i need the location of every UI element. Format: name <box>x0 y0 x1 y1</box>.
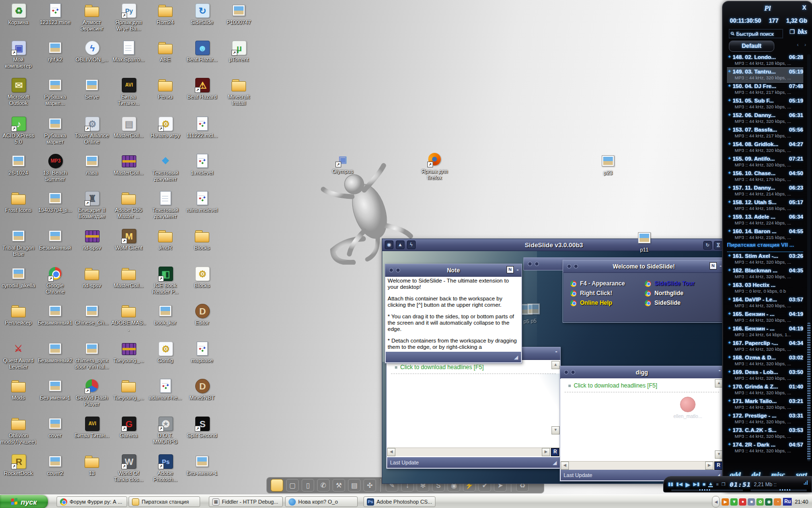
track-row[interactable]: ✦169. Dess - Lob...03:50MP3 :: 44 kHz, 3… <box>727 368 803 383</box>
play-icon[interactable]: ▶ <box>685 481 690 488</box>
track-row[interactable]: ✦148. 02. Londo...06:28MP3 :: 44 kHz, 12… <box>727 53 803 68</box>
desktop-icon[interactable]: ❖Текстовый документ <box>147 152 183 182</box>
desktop-icon[interactable]: W↗World Of Tanks clos... <box>111 453 146 482</box>
desktop-icon[interactable]: ↗Ярлык для firefox <box>417 151 452 180</box>
tab-prev-icon[interactable]: ‹ <box>797 42 799 47</box>
desktop-icon[interactable]: Ps↗Adobe Photosh... <box>147 453 183 482</box>
scroll-left-icon[interactable]: ◀ <box>561 462 569 470</box>
door-icon[interactable]: ▯ <box>302 479 314 492</box>
desktop-icon[interactable]: ☻Beat.Hazar... <box>184 39 220 63</box>
desktop-icon[interactable]: Rom24 <box>147 2 183 26</box>
scroll-right-icon[interactable]: ▶ <box>705 462 713 470</box>
window-mode-icon[interactable]: ❐ <box>722 482 725 487</box>
desktop-icon[interactable]: MasterColl... <box>111 152 146 176</box>
refresh-feed-button[interactable]: R <box>714 462 723 470</box>
track-row[interactable]: ✦151. 05. Sub F...05:19MP3 :: 44 kHz, 32… <box>727 97 803 111</box>
digg-container-header[interactable]: digg - <box>560 366 724 379</box>
desktop-icon[interactable]: cyrodiil_akella <box>0 265 36 289</box>
minimize-icon[interactable]: - <box>719 368 721 373</box>
quick-search-input[interactable]: ⚲ Быстрый поиск <box>729 29 783 38</box>
desktop-icon[interactable]: rld-spsv <box>74 227 110 251</box>
desktop-icon[interactable]: ▤MasterColl... <box>111 115 146 139</box>
invader-icon[interactable]: ✣ <box>363 479 376 492</box>
previous-icon[interactable]: ▮◀ <box>676 482 682 487</box>
desktop-icon[interactable]: ▣↗Мой компьютер <box>0 39 36 69</box>
language-indicator[interactable]: Ru <box>783 498 792 506</box>
desktop-icon[interactable]: ↻SideSlide <box>184 2 220 26</box>
sync-blue-icon[interactable]: ■ <box>748 498 755 506</box>
track-row[interactable]: ✦159. 13. Adele ...06:34MP3 :: 44 kHz, 2… <box>727 213 803 227</box>
note-badge[interactable]: N <box>507 266 514 273</box>
track-row[interactable]: ✦172. Prestige - ...03:31MP3 :: 44 kHz, … <box>727 412 803 426</box>
desktop-icon[interactable]: 26-1024 <box>0 152 36 176</box>
desktop-icon[interactable]: Frost Icons <box>0 190 36 213</box>
desktop-icon[interactable]: ⚙Config <box>147 340 183 364</box>
desktop-icon[interactable]: Mods <box>0 377 36 401</box>
scroll-left-icon[interactable]: ◀ <box>387 448 395 456</box>
pause-icon[interactable]: ▮▮ <box>668 482 673 487</box>
start-button[interactable]: пуск <box>0 495 48 508</box>
resize-handle-icon[interactable]: ◢ <box>514 354 518 360</box>
welcome-link-left-0[interactable]: F4 - Appearance <box>570 279 625 288</box>
scroll-thumb[interactable] <box>807 323 811 461</box>
track-row[interactable]: ✦170. Grinda & Z...01:40MP3 :: 44 kHz, 3… <box>727 383 803 397</box>
desktop-icon[interactable]: ↗GeoVid Flash Player <box>74 377 110 407</box>
playlist-tab-default[interactable]: Default <box>729 41 774 52</box>
track-row[interactable]: ✦152. 06. Danny...06:31MP3 :: 44 kHz, 32… <box>727 111 803 126</box>
desktop-icon[interactable]: mapbase <box>184 340 220 364</box>
digg-hscrollbar[interactable]: ◀ ▶ R <box>561 461 723 470</box>
desktop-icon[interactable]: cover2 <box>37 453 73 477</box>
desktop-icon[interactable]: Безымянный2 <box>37 340 73 364</box>
tools-icon[interactable]: ⚒ <box>333 479 345 492</box>
refresh-icon[interactable]: ↻ <box>703 241 712 250</box>
refresh-feed-button[interactable]: R <box>551 448 559 456</box>
news-hscrollbar[interactable]: ◀ ▶ R <box>387 448 560 456</box>
desktop-icon[interactable]: 19403794_s... <box>37 190 73 213</box>
next-icon[interactable]: ▶▮ <box>693 482 699 487</box>
track-row[interactable]: ✦150. 04. DJ Fre...07:48MP3 :: 44 kHz, 2… <box>727 82 803 97</box>
desktop-icon[interactable]: Taeyoung_... <box>111 340 146 364</box>
desktop-icon[interactable]: p5 <box>516 300 551 324</box>
desktop-icon[interactable]: M↗WoM Client <box>111 227 146 251</box>
stop-icon[interactable]: ■ <box>702 482 705 487</box>
task-button[interactable]: Нова корп? O_o <box>285 496 358 507</box>
desktop-icon[interactable]: ABE <box>147 39 183 63</box>
desktop-icon[interactable]: ϟOBLIVION_... <box>74 39 110 63</box>
desktop-icon[interactable]: Без-имени-1 <box>184 453 220 477</box>
volume-slider[interactable] <box>751 489 807 491</box>
desktop-icon[interactable]: ✉Microsoft Outlook <box>0 76 36 106</box>
desktop-icon[interactable]: R↗RocketDock <box>0 453 36 477</box>
tray-chevron-icon[interactable]: ◀ <box>712 496 720 508</box>
track-row[interactable]: ✦174. 2R - Dark ...04:57MP3 :: 44 kHz, 3… <box>727 441 803 455</box>
desktop-icon[interactable]: adamant-he... <box>147 377 183 401</box>
playlist-scrollbar[interactable] <box>807 54 811 462</box>
desktop-icon[interactable]: Max.Sparro... <box>111 39 146 63</box>
track-row[interactable]: ✦156. 10. Chase...04:50MP3 :: 44 kHz, 17… <box>727 169 803 184</box>
note-container-header[interactable]: Note N - <box>385 264 522 277</box>
desktop-icon[interactable]: ⚙↗Tower Alliance Online <box>74 115 110 145</box>
desktop-icon[interactable]: Безымянный <box>37 227 73 251</box>
folder-icon[interactable] <box>271 479 283 492</box>
desktop-icon[interactable]: G↗Garena <box>111 415 146 439</box>
desktop-icon[interactable]: ✪↗D.O.T. MMORPG <box>147 415 183 445</box>
desktop-icon[interactable]: ♜↗Блицкриг II Возмездие <box>74 190 110 219</box>
desktop-icon[interactable]: Текстовый документ <box>147 190 183 219</box>
desktop-icon[interactable]: ⚙Blocks <box>184 265 220 289</box>
desktop-icon[interactable]: p11 <box>626 229 662 253</box>
card-icon[interactable]: ▤ <box>348 479 361 492</box>
welcome-badge[interactable]: N <box>710 262 717 269</box>
task-button[interactable]: PsAdobe Photoshop CS... <box>363 496 435 507</box>
gdp-green-icon[interactable]: ✿ <box>756 498 764 506</box>
desktop-icon[interactable]: Реплейсер <box>0 302 36 326</box>
desktop-icon[interactable]: S↗Split Second <box>184 415 220 439</box>
desktop-icon[interactable]: ADOBE.MAS... <box>111 302 146 332</box>
equalizer-icon[interactable]: ≡ <box>716 482 718 487</box>
desktop-icon[interactable]: Serve <box>74 76 110 100</box>
desktop-icon[interactable]: ⚠↗Beat Hazard <box>184 76 220 100</box>
tab-next-icon[interactable]: › <box>804 42 806 47</box>
desktop-icon[interactable]: AVIБитва Титано... <box>111 76 146 106</box>
track-row[interactable]: ✦158. 12. Utah S...05:17MP3 :: 44 kHz, 1… <box>727 198 803 213</box>
resize-handle-icon[interactable]: ◢ <box>553 460 557 466</box>
desktop-icon[interactable]: ⚔Quest Award Leveller <box>0 340 36 370</box>
track-row[interactable]: ✦165. Бензин - ...04:19MP3 :: 44 kHz, 32… <box>727 310 803 325</box>
